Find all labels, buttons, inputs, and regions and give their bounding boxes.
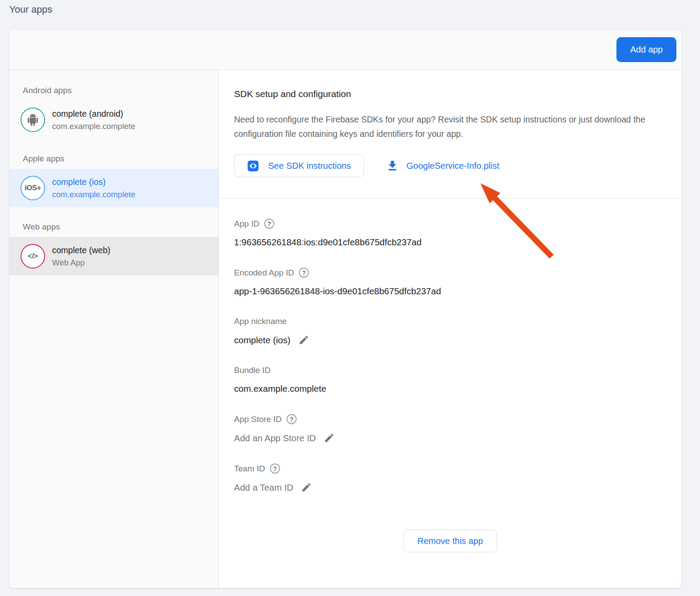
help-icon[interactable]: ? bbox=[270, 464, 280, 474]
app-name: complete (ios) bbox=[52, 177, 135, 187]
section-label-android: Android apps bbox=[23, 86, 218, 95]
field-label: App nickname bbox=[234, 317, 287, 326]
code-book-icon bbox=[247, 160, 259, 172]
see-sdk-instructions-label: See SDK instructions bbox=[268, 161, 351, 171]
sidebar-item-complete-android[interactable]: complete (android) com.example.complete bbox=[9, 101, 218, 139]
see-sdk-instructions-button[interactable]: See SDK instructions bbox=[234, 154, 364, 177]
sdk-actions-row: See SDK instructions GoogleService-Info.… bbox=[234, 154, 682, 177]
app-bundle-id: com.example.complete bbox=[52, 190, 135, 199]
edit-nickname-button[interactable] bbox=[298, 335, 309, 345]
pencil-icon bbox=[324, 432, 335, 443]
help-icon[interactable]: ? bbox=[299, 268, 309, 278]
section-label-apple: Apple apps bbox=[23, 154, 218, 164]
edit-app-store-id-button[interactable] bbox=[324, 432, 335, 443]
android-icon bbox=[21, 108, 45, 132]
card-body: Android apps complete (android) com.exam… bbox=[9, 70, 682, 588]
edit-team-id-button[interactable] bbox=[301, 482, 312, 493]
field-encoded-app-id: Encoded App ID ? app-1-963656261848-ios-… bbox=[234, 268, 682, 296]
sidebar-item-complete-ios[interactable]: iOS+ complete (ios) com.example.complete bbox=[9, 169, 218, 207]
help-icon[interactable]: ? bbox=[287, 414, 297, 424]
download-plist-link[interactable]: GoogleService-Info.plist bbox=[386, 159, 499, 172]
field-app-id: App ID ? 1:963656261848:ios:d9e01cfe8b67… bbox=[234, 219, 682, 247]
bundle-id-value: com.example.complete bbox=[234, 383, 326, 394]
field-label: App ID bbox=[234, 219, 259, 229]
download-icon bbox=[386, 159, 399, 172]
app-id-value: 1:963656261848:ios:d9e01cfe8b675dfcb237a… bbox=[234, 237, 422, 247]
app-package-id: com.example.complete bbox=[52, 122, 135, 131]
field-bundle-id: Bundle ID com.example.complete bbox=[234, 366, 682, 394]
field-app-nickname: App nickname complete (ios) bbox=[234, 317, 682, 345]
field-label: Encoded App ID bbox=[234, 268, 294, 278]
app-name: complete (web) bbox=[52, 245, 110, 255]
card-header: Add app bbox=[9, 30, 682, 70]
section-label-web: Web apps bbox=[23, 222, 218, 232]
section-apple-apps: Apple apps iOS+ complete (ios) com.examp… bbox=[9, 139, 218, 207]
section-android-apps: Android apps complete (android) com.exam… bbox=[9, 70, 218, 139]
divider bbox=[219, 198, 682, 199]
ios-icon: iOS+ bbox=[21, 176, 45, 200]
remove-this-app-button[interactable]: Remove this app bbox=[403, 530, 497, 552]
apps-sidebar: Android apps complete (android) com.exam… bbox=[9, 70, 219, 588]
add-app-button[interactable]: Add app bbox=[616, 37, 676, 62]
page-title: Your apps bbox=[9, 4, 52, 15]
your-apps-card: Add app Android apps complete (android) … bbox=[9, 30, 682, 588]
sdk-description: Need to reconfigure the Firebase SDKs fo… bbox=[234, 112, 648, 141]
sidebar-item-complete-web[interactable]: </> complete (web) Web App bbox=[9, 237, 218, 275]
app-store-id-placeholder: Add an App Store ID bbox=[234, 433, 316, 443]
field-label: App Store ID bbox=[234, 415, 282, 424]
field-label: Team ID bbox=[234, 464, 265, 474]
section-web-apps: Web apps </> complete (web) Web App bbox=[9, 207, 218, 275]
code-web-icon: </> bbox=[21, 244, 45, 268]
app-platform: Web App bbox=[52, 258, 110, 268]
team-id-placeholder: Add a Team ID bbox=[234, 482, 293, 493]
field-app-store-id: App Store ID ? Add an App Store ID bbox=[234, 414, 682, 443]
download-plist-label: GoogleService-Info.plist bbox=[406, 161, 499, 171]
field-label: Bundle ID bbox=[234, 366, 270, 375]
help-icon[interactable]: ? bbox=[264, 219, 274, 229]
app-name: complete (android) bbox=[52, 109, 135, 119]
encoded-app-id-value: app-1-963656261848-ios-d9e01cfe8b675dfcb… bbox=[234, 286, 441, 296]
sdk-panel-title: SDK setup and configuration bbox=[234, 89, 682, 99]
field-team-id: Team ID ? Add a Team ID bbox=[234, 464, 682, 493]
pencil-icon bbox=[298, 335, 309, 345]
sdk-config-panel: SDK setup and configuration Need to reco… bbox=[219, 70, 682, 588]
pencil-icon bbox=[301, 482, 312, 493]
app-nickname-value: complete (ios) bbox=[234, 335, 290, 345]
